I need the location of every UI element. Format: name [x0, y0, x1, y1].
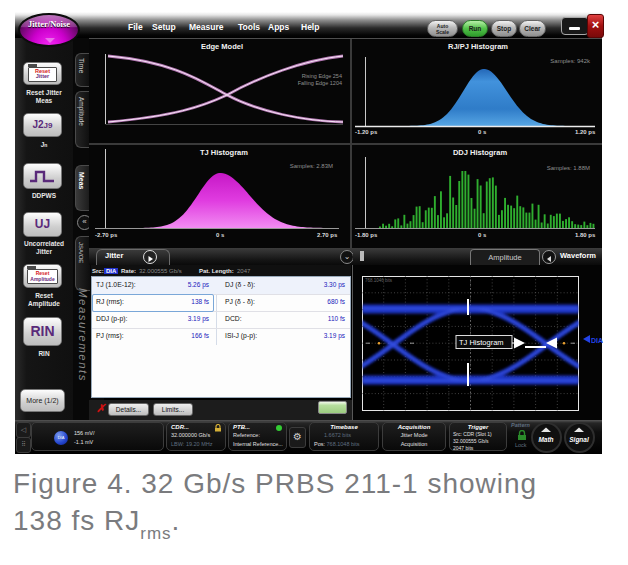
svg-text:768.1046 bits: 768.1046 bits: [365, 278, 393, 283]
svg-text:DIA: DIA: [591, 337, 603, 344]
svg-text:TJ Histogram: TJ Histogram: [459, 338, 504, 347]
